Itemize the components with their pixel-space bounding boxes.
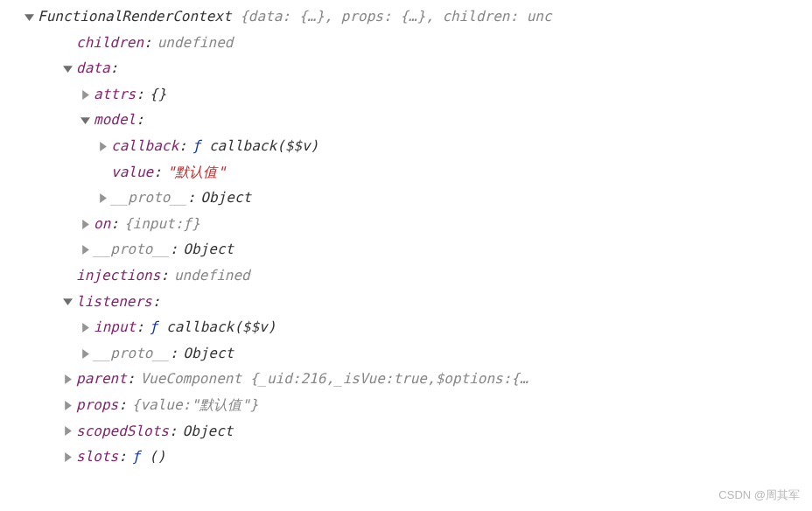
val-object: Object	[183, 340, 234, 367]
chevron-right-icon[interactable]	[63, 426, 73, 436]
key-proto: __proto__	[94, 340, 170, 367]
chevron-right-icon[interactable]	[80, 220, 90, 229]
root-type: FunctionalRenderContext	[38, 4, 232, 30]
on-preview-close: }	[192, 211, 200, 237]
props-value: "默认值"	[191, 392, 249, 418]
val-object: Object	[200, 185, 251, 211]
prop-data-on[interactable]: on: {input: ƒ}	[4, 211, 812, 237]
func-sig: callback($$v)	[209, 133, 318, 159]
prop-listeners-proto[interactable]: __proto__: Object	[4, 340, 812, 367]
chevron-down-icon[interactable]	[80, 116, 90, 125]
val-undefined: undefined	[174, 262, 250, 289]
val-undefined: undefined	[158, 30, 234, 56]
prop-children[interactable]: children: undefined	[4, 30, 812, 56]
key-injections: injections	[76, 262, 160, 289]
prop-slots[interactable]: slots: ƒ ()	[4, 444, 812, 470]
key-on: on	[94, 211, 110, 237]
key-proto: __proto__	[94, 236, 170, 262]
func-sig: callback($$v)	[166, 314, 276, 340]
parent-type: VueComponent	[140, 366, 242, 392]
chevron-right-icon[interactable]	[98, 142, 108, 151]
chevron-right-icon[interactable]	[80, 90, 90, 100]
function-icon: ƒ	[192, 133, 201, 159]
prop-parent[interactable]: parent: VueComponent {_uid: 216, _isVue:…	[4, 366, 812, 392]
prop-data-attrs[interactable]: attrs: {}	[4, 81, 812, 108]
key-callback: callback	[111, 133, 178, 159]
chevron-right-icon[interactable]	[80, 245, 90, 255]
chevron-right-icon[interactable]	[80, 349, 90, 359]
function-icon: ƒ	[132, 444, 141, 470]
watermark: CSDN @周其军	[718, 485, 800, 506]
key-input: input	[94, 314, 136, 340]
isvue-value: true	[393, 366, 427, 392]
val-object: Object	[183, 236, 234, 262]
prop-model-callback[interactable]: callback: ƒ callback($$v)	[4, 133, 812, 159]
on-preview-open: {input:	[124, 211, 183, 237]
func-sig: ()	[149, 444, 165, 470]
chevron-right-icon[interactable]	[63, 452, 73, 462]
prop-props[interactable]: props: {value: "默认值"}	[4, 392, 812, 418]
prop-listeners-input[interactable]: input: ƒ callback($$v)	[4, 314, 812, 340]
val-attrs: {}	[150, 81, 166, 108]
key-scopedslots: scopedSlots	[76, 418, 169, 444]
key-parent: parent	[76, 366, 127, 392]
root-preview: {data: {…}, props: {…}, children: unc	[240, 4, 551, 30]
prop-data[interactable]: data:	[4, 55, 812, 81]
prop-injections[interactable]: injections: undefined	[4, 262, 812, 289]
prop-model-proto[interactable]: __proto__: Object	[4, 185, 812, 211]
key-data: data	[76, 55, 110, 81]
prop-data-model[interactable]: model:	[4, 107, 812, 133]
key-children: children	[76, 30, 144, 56]
val-string: "默认值"	[167, 159, 226, 186]
prop-model-value[interactable]: value: "默认值"	[4, 159, 812, 186]
key-value: value	[111, 159, 153, 186]
prop-scopedslots[interactable]: scopedSlots: Object	[4, 418, 812, 444]
key-model: model	[94, 107, 136, 133]
chevron-down-icon[interactable]	[63, 297, 73, 306]
key-proto: __proto__	[111, 185, 187, 211]
prop-data-proto[interactable]: __proto__: Object	[4, 236, 812, 262]
function-icon: ƒ	[183, 211, 192, 237]
chevron-right-icon[interactable]	[63, 374, 73, 384]
key-props: props	[76, 392, 118, 418]
function-icon: ƒ	[150, 314, 158, 340]
chevron-down-icon[interactable]	[63, 64, 73, 74]
key-listeners: listeners	[76, 289, 152, 315]
tree-root[interactable]: FunctionalRenderContext {data: {…}, prop…	[4, 4, 812, 30]
uid-value: 216	[300, 366, 326, 392]
chevron-down-icon[interactable]	[24, 12, 34, 22]
chevron-right-icon[interactable]	[98, 193, 108, 203]
chevron-right-icon[interactable]	[63, 401, 73, 410]
val-object: Object	[183, 418, 234, 444]
key-attrs: attrs	[94, 81, 136, 108]
prop-listeners[interactable]: listeners:	[4, 289, 812, 315]
chevron-right-icon[interactable]	[80, 323, 90, 332]
key-slots: slots	[76, 444, 118, 470]
